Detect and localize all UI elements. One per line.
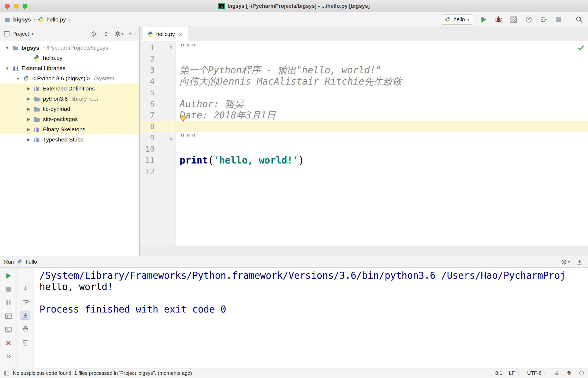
tree-item-hello.py[interactable]: hello.py [0, 53, 139, 63]
editor-line-11: 11print('hello, world!') [140, 155, 588, 166]
tree-toggle-icon[interactable]: ▶ [25, 137, 33, 142]
python-icon [22, 75, 30, 82]
tree-item-lib-dynload[interactable]: ▶lib-dynload [0, 104, 139, 114]
tree-item-external-libraries[interactable]: ▼External Libraries [0, 63, 139, 73]
code-editor[interactable]: 1▿"""23第一个Python程序 - 输出"hello, world!"4向… [140, 41, 588, 246]
tool-window-toggle-icon[interactable] [3, 370, 9, 376]
editor-code-line[interactable]: 向伟大的Dennis MacAlistair Ritchie先生致敬 [176, 76, 588, 87]
fold-marker-icon[interactable]: ▵ [166, 135, 176, 141]
notifications-icon[interactable] [579, 370, 585, 376]
settings-button[interactable]: ▾ [114, 30, 124, 38]
stop-button[interactable] [554, 15, 563, 24]
breadcrumb-project[interactable]: bigsys [13, 16, 31, 23]
tree-item-python-3.6-bigsys[interactable]: ▼< Python 3.6 (bigsys) >/System [0, 73, 139, 83]
tree-item-site-packages[interactable]: ▶site-packages [0, 114, 139, 124]
debug-button[interactable] [494, 15, 503, 24]
editor-gutter[interactable]: 5 [140, 87, 176, 98]
profile-button[interactable] [524, 15, 533, 24]
inspection-status-icon[interactable] [577, 44, 585, 51]
editor-code-line[interactable] [176, 166, 588, 177]
tree-item-python3.6[interactable]: ▶python3.6library root [0, 94, 139, 104]
fullscreen-window-button[interactable] [23, 4, 27, 9]
breadcrumb-file[interactable]: hello.py [46, 16, 66, 23]
tree-item-binary-skeletons[interactable]: ▶Binary Skeletons [0, 124, 139, 135]
run-configuration-select[interactable]: hello ▾ [441, 14, 473, 25]
pause-output-button[interactable] [3, 298, 13, 307]
editor-gutter[interactable]: 6 [140, 98, 176, 110]
tree-toggle-icon[interactable]: ▶ [25, 117, 33, 122]
console-line: /System/Library/Frameworks/Python.framew… [39, 270, 588, 281]
editor-code-line[interactable] [176, 121, 588, 132]
editor-gutter[interactable]: 12 [140, 166, 176, 177]
folder-icon [33, 96, 41, 102]
project-panel-title[interactable]: Project [12, 31, 29, 37]
editor-code-line[interactable]: print('hello, world!') [176, 155, 588, 166]
caret-position-widget[interactable]: 8:1 [495, 370, 502, 376]
run-with-coverage-button[interactable] [509, 15, 518, 24]
minimize-window-button[interactable] [14, 4, 19, 9]
hector-inspector-icon[interactable] [566, 370, 572, 376]
editor-gutter[interactable]: 3 [140, 64, 176, 76]
tree-item-bigsys[interactable]: ▼bigsys~/PycharmProjects/bigsys [0, 43, 139, 53]
dock-button[interactable] [575, 257, 584, 267]
editor-gutter[interactable]: 1▿ [140, 42, 176, 53]
editor-gutter[interactable]: 10 [140, 143, 176, 155]
settings-button[interactable]: ▾ [561, 257, 570, 267]
soft-wrap-button[interactable] [20, 298, 30, 306]
tree-toggle-icon[interactable]: ▼ [3, 66, 11, 71]
restore-layout-button[interactable] [3, 312, 13, 320]
run-panel-title[interactable]: Run [4, 259, 14, 265]
editor-gutter[interactable]: 8 [140, 121, 176, 132]
editor-code-line[interactable]: """ [176, 132, 588, 143]
print-button[interactable] [20, 325, 30, 333]
editor-gutter[interactable]: 2 [140, 53, 176, 64]
fold-marker-icon[interactable]: ▿ [166, 44, 176, 51]
editor-gutter[interactable]: 7 [140, 110, 176, 121]
close-button[interactable] [3, 339, 13, 347]
tree-item-typeshed-stubs[interactable]: ▶Typeshed Stubs [0, 135, 139, 145]
lock-icon[interactable] [554, 370, 560, 376]
show-python-prompt-button[interactable] [3, 325, 13, 334]
line-number: 12 [142, 167, 155, 176]
editor-code-line[interactable] [176, 53, 588, 64]
hide-panel-button[interactable] [128, 30, 136, 38]
locate-file-button[interactable] [90, 30, 98, 38]
tree-toggle-icon[interactable]: ▶ [25, 127, 33, 132]
editor-code-line[interactable]: Date: 2018年3月1日 [176, 110, 588, 121]
editor-gutter[interactable]: 9▵ [140, 132, 176, 143]
tree-item-label: Extended Definitions [43, 85, 95, 92]
editor-tab-bar: hello.py [140, 27, 588, 41]
editor-tab-hello-py[interactable]: hello.py [143, 27, 188, 41]
console-output[interactable]: /System/Library/Frameworks/Python.framew… [34, 268, 588, 368]
concurrency-diagram-button[interactable] [539, 15, 548, 24]
tree-item-extended-definitions[interactable]: ▶Extended Definitions [0, 83, 139, 94]
run-config-name[interactable]: hello [26, 259, 37, 265]
stop-button[interactable] [3, 285, 13, 293]
close-window-button[interactable] [5, 4, 10, 9]
search-everywhere-button[interactable] [575, 15, 584, 24]
close-tab-icon[interactable] [177, 31, 184, 37]
tree-toggle-icon[interactable]: ▶ [25, 107, 33, 111]
editor-code-line[interactable]: Author: 骆昊 [176, 98, 588, 110]
encoding-widget[interactable]: UTF-8 [527, 370, 547, 376]
editor-code-line[interactable]: """ [176, 42, 588, 53]
intention-bulb-icon[interactable] [179, 114, 188, 123]
tree-toggle-icon[interactable]: ▼ [3, 46, 11, 50]
project-tree: ▼bigsys~/PycharmProjects/bigsyshello.py▼… [0, 41, 139, 256]
collapse-all-button[interactable] [102, 30, 110, 38]
editor-gutter[interactable]: 11 [140, 155, 176, 166]
down-the-stacktrace-button[interactable] [20, 284, 30, 293]
tree-toggle-icon[interactable]: ▶ [25, 86, 33, 91]
editor-code-line[interactable]: 第一个Python程序 - 输出"hello, world!" [176, 64, 588, 76]
run-button[interactable] [479, 15, 488, 24]
scroll-to-end-button[interactable] [20, 311, 30, 320]
more-options-button[interactable] [3, 352, 13, 361]
tree-toggle-icon[interactable]: ▶ [25, 96, 33, 101]
rerun-button[interactable] [3, 271, 13, 280]
clear-all-button[interactable] [20, 338, 30, 347]
editor-gutter[interactable]: 4 [140, 76, 176, 87]
tree-toggle-icon[interactable]: ▼ [14, 76, 22, 81]
editor-code-line[interactable] [176, 87, 588, 98]
line-separator-widget[interactable]: LF [509, 370, 521, 376]
editor-code-line[interactable] [176, 143, 588, 155]
